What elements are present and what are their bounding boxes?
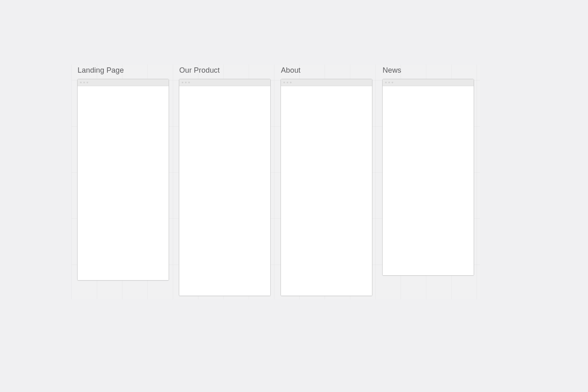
window-dot-icon	[83, 82, 85, 83]
window-dot-icon	[385, 82, 387, 83]
window-dot-icon	[388, 82, 390, 83]
panel-title: News	[382, 66, 474, 79]
browser-titlebar	[383, 79, 474, 86]
panel-our-product: Our Product	[179, 66, 271, 296]
panels-row: Landing Page Our Product	[77, 66, 474, 296]
browser-frame[interactable]	[179, 79, 271, 296]
window-dot-icon	[185, 82, 187, 83]
window-dot-icon	[87, 82, 88, 83]
window-dot-icon	[182, 82, 183, 83]
panel-title: About	[281, 66, 372, 79]
browser-frame[interactable]	[77, 79, 169, 281]
browser-canvas[interactable]	[179, 86, 270, 296]
panel-title: Landing Page	[77, 66, 169, 79]
window-dot-icon	[392, 82, 393, 83]
browser-titlebar	[179, 79, 270, 86]
window-dot-icon	[283, 82, 285, 83]
browser-canvas[interactable]	[78, 86, 169, 280]
panel-about: About	[281, 66, 372, 296]
browser-titlebar	[281, 79, 372, 86]
browser-canvas[interactable]	[281, 86, 372, 296]
browser-frame[interactable]	[382, 79, 474, 276]
browser-canvas[interactable]	[383, 86, 474, 275]
browser-frame[interactable]	[281, 79, 372, 296]
panel-landing-page: Landing Page	[77, 66, 169, 296]
design-board[interactable]: Landing Page Our Product	[71, 65, 480, 299]
panel-title: Our Product	[179, 66, 271, 79]
window-dot-icon	[290, 82, 292, 83]
window-dot-icon	[188, 82, 190, 83]
window-dot-icon	[287, 82, 288, 83]
panel-news: News	[382, 66, 474, 296]
window-dot-icon	[80, 82, 82, 83]
browser-titlebar	[78, 79, 169, 86]
